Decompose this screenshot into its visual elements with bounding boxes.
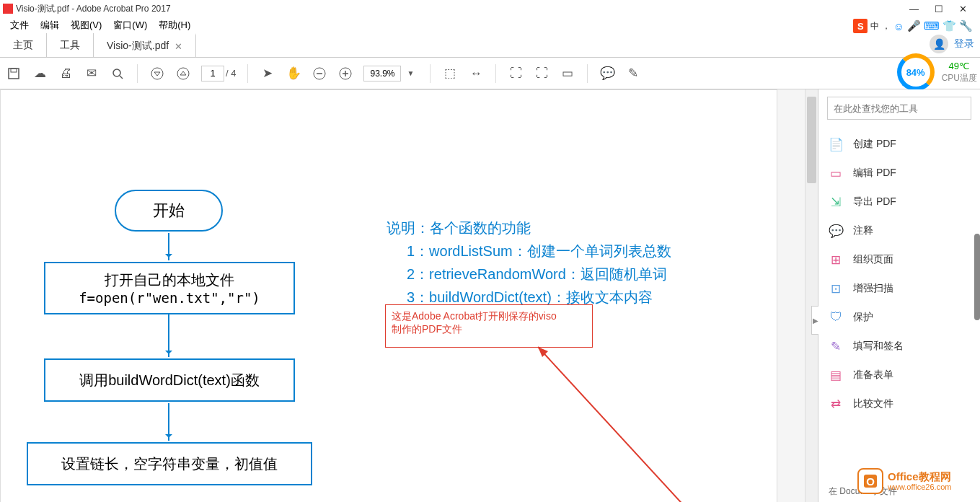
zoom-input[interactable] bbox=[363, 66, 401, 82]
tools-panel: ▶ 📄创建 PDF▭编辑 PDF⇲导出 PDF💬注释⊞组织页面⊡增强扫描🛡保护✎… bbox=[818, 89, 980, 502]
tool-item-icon: ⇲ bbox=[829, 195, 843, 209]
menu-view[interactable]: 视图(V) bbox=[65, 17, 107, 33]
tool-search-input[interactable] bbox=[828, 103, 971, 114]
hand-icon[interactable]: ✋ bbox=[286, 66, 301, 82]
menu-help[interactable]: 帮助(H) bbox=[153, 17, 196, 33]
flow-start: 开始 bbox=[115, 190, 223, 232]
zoom-out-icon[interactable] bbox=[312, 66, 327, 82]
zoom-in-icon[interactable] bbox=[337, 66, 353, 82]
app-icon bbox=[3, 4, 13, 14]
prev-page-icon[interactable] bbox=[149, 66, 165, 82]
print-icon[interactable]: 🖨 bbox=[58, 66, 74, 82]
fit-page-icon[interactable]: ⬚ bbox=[442, 66, 458, 82]
tool-item-icon: 💬 bbox=[829, 224, 843, 238]
flow-box-2: 调用buildWordDict(text)函数 bbox=[44, 358, 295, 402]
fit-visible-icon[interactable]: ⛶ bbox=[508, 66, 524, 82]
cpu-temp: 49℃ bbox=[942, 61, 977, 73]
tool-item-icon: ✎ bbox=[829, 339, 843, 353]
tool-item-0[interactable]: 📄创建 PDF bbox=[818, 130, 980, 159]
tool-item-label: 准备表单 bbox=[853, 369, 893, 382]
smiley-icon[interactable]: ☺ bbox=[893, 20, 904, 32]
sogou-icon[interactable]: S bbox=[853, 19, 868, 33]
tool-item-4[interactable]: ⊞组织页面 bbox=[818, 245, 980, 274]
tool-item-icon: ▤ bbox=[829, 368, 843, 382]
tool-search[interactable] bbox=[827, 97, 971, 120]
flow-arrow bbox=[168, 233, 169, 260]
tool-item-6[interactable]: 🛡保护 bbox=[818, 303, 980, 332]
read-mode-icon[interactable]: ▭ bbox=[560, 66, 575, 82]
tab-tools[interactable]: 工具 bbox=[47, 33, 94, 57]
panel-collapse-icon[interactable]: ▶ bbox=[811, 306, 818, 335]
ime-lang[interactable]: 中 ， bbox=[870, 20, 890, 32]
tool-item-label: 创建 PDF bbox=[853, 138, 896, 151]
fullscreen-icon[interactable]: ⛶ bbox=[534, 66, 549, 82]
flow-arrow bbox=[168, 314, 169, 357]
svg-rect-0 bbox=[9, 69, 19, 79]
menu-edit[interactable]: 编辑 bbox=[35, 17, 65, 33]
svg-point-5 bbox=[177, 68, 189, 79]
watermark-logo: O Office教程网 www.office26.com bbox=[857, 460, 980, 502]
tool-item-icon: ⊡ bbox=[829, 281, 843, 296]
minimize-button[interactable]: — bbox=[909, 4, 919, 14]
tool-item-label: 填写和签名 bbox=[853, 340, 904, 353]
cpu-widget[interactable]: 84% 49℃ CPU温度 bbox=[897, 53, 977, 91]
cpu-percent: 84% bbox=[897, 53, 935, 91]
close-button[interactable]: ✕ bbox=[959, 4, 967, 14]
tool-item-icon: ▭ bbox=[829, 166, 843, 180]
panel-scrollbar[interactable] bbox=[974, 126, 980, 480]
tab-close-icon[interactable]: ✕ bbox=[175, 41, 182, 52]
watermark-icon: O bbox=[857, 468, 883, 494]
tool-item-label: 比较文件 bbox=[853, 397, 893, 410]
panel-scrollbar-thumb[interactable] bbox=[974, 234, 980, 320]
tab-home[interactable]: 主页 bbox=[0, 33, 47, 57]
pdf-page: 开始 打开自己的本地文件 f=open(r"wen.txt","r") 调用bu… bbox=[0, 89, 777, 502]
user-avatar-icon[interactable]: 👤 bbox=[930, 35, 948, 53]
sign-icon[interactable]: ✎ bbox=[625, 66, 641, 82]
tool-item-5[interactable]: ⊡增强扫描 bbox=[818, 274, 980, 303]
flow-arrow bbox=[168, 403, 169, 441]
save-icon[interactable] bbox=[6, 66, 22, 82]
flow-box-3: 设置链长，空字符串变量，初值值 bbox=[27, 442, 312, 485]
menu-file[interactable]: 文件 bbox=[4, 17, 35, 33]
zoom-dropdown-icon[interactable]: ▼ bbox=[402, 66, 418, 82]
page-total: / 4 bbox=[226, 68, 236, 79]
mail-icon[interactable]: ✉ bbox=[84, 66, 100, 82]
tool-item-2[interactable]: ⇲导出 PDF bbox=[818, 188, 980, 216]
ime-toolbar: S 中 ， ☺ 🎤 ⌨ 👕 🔧 bbox=[853, 17, 973, 35]
wrench-icon[interactable]: 🔧 bbox=[959, 19, 973, 32]
maximize-button[interactable]: ☐ bbox=[935, 4, 943, 14]
window-title: Visio-测试.pdf - Adobe Acrobat Pro 2017 bbox=[16, 3, 909, 15]
explanation-text: 说明：各个函数的功能 1：wordListSum：创建一个单词列表总数 2：re… bbox=[387, 216, 671, 309]
svg-line-11 bbox=[538, 347, 704, 502]
menu-window[interactable]: 窗口(W) bbox=[107, 17, 153, 33]
tool-item-icon: 📄 bbox=[829, 137, 843, 151]
shirt-icon[interactable]: 👕 bbox=[943, 19, 956, 32]
next-page-icon[interactable] bbox=[175, 66, 191, 82]
tool-item-3[interactable]: 💬注释 bbox=[818, 216, 980, 245]
tool-item-label: 导出 PDF bbox=[853, 195, 896, 208]
flow-box-1: 打开自己的本地文件 f=open(r"wen.txt","r") bbox=[44, 262, 295, 314]
mic-icon[interactable]: 🎤 bbox=[907, 19, 921, 32]
document-viewport[interactable]: 开始 打开自己的本地文件 f=open(r"wen.txt","r") 调用bu… bbox=[0, 89, 818, 502]
scrollbar-vertical[interactable] bbox=[805, 89, 818, 502]
tool-item-7[interactable]: ✎填写和签名 bbox=[818, 332, 980, 361]
pointer-icon[interactable]: ➤ bbox=[260, 66, 275, 82]
tool-item-8[interactable]: ▤准备表单 bbox=[818, 361, 980, 389]
tab-document[interactable]: Visio-测试.pdf ✕ bbox=[94, 33, 196, 57]
fit-width-icon[interactable]: ↔ bbox=[468, 66, 484, 82]
menubar: 文件 编辑 视图(V) 窗口(W) 帮助(H) bbox=[0, 17, 980, 33]
cloud-icon[interactable]: ☁ bbox=[32, 66, 48, 82]
tool-item-label: 注释 bbox=[853, 224, 873, 237]
tool-item-1[interactable]: ▭编辑 PDF bbox=[818, 159, 980, 188]
scrollbar-thumb[interactable] bbox=[807, 97, 816, 183]
tool-item-label: 保护 bbox=[853, 311, 873, 324]
page-input[interactable] bbox=[201, 66, 224, 82]
search-icon[interactable] bbox=[110, 66, 125, 82]
keyboard-icon[interactable]: ⌨ bbox=[924, 19, 940, 32]
tab-document-label: Visio-测试.pdf bbox=[107, 40, 169, 53]
svg-point-4 bbox=[151, 68, 163, 79]
comment-icon[interactable]: 💬 bbox=[599, 66, 615, 82]
login-link[interactable]: 登录 bbox=[954, 38, 974, 50]
tool-item-9[interactable]: ⇄比较文件 bbox=[818, 389, 980, 418]
svg-point-2 bbox=[113, 69, 120, 76]
